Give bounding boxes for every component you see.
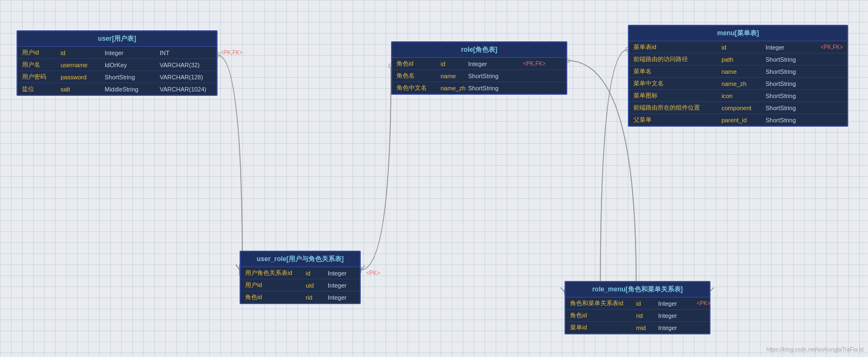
col-zh: 菜单表id bbox=[633, 43, 721, 51]
col-extra: VARCHAR(1024) bbox=[160, 86, 220, 93]
table-row: 角色名nameShortString bbox=[392, 70, 566, 82]
col-zh: 角色id bbox=[245, 293, 306, 301]
table-row: 角色和菜单关系表ididInteger<PK> bbox=[566, 298, 709, 310]
col-en: id bbox=[61, 50, 105, 56]
table-row: 父菜单parent_idShortString bbox=[629, 114, 847, 126]
col-en: id bbox=[441, 61, 468, 67]
table-header-role_menu: role_menu[角色和菜单关系表] bbox=[566, 282, 709, 298]
table-body-menu: 菜单表ididInteger<PK,FK>前端路由的访问路径pathShortS… bbox=[629, 41, 847, 126]
col-en: rid bbox=[306, 294, 328, 301]
col-en: salt bbox=[61, 86, 105, 93]
col-type: ShortString bbox=[105, 74, 160, 80]
table-row: 角色idridInteger bbox=[241, 291, 360, 303]
col-zh: 菜单中文名 bbox=[633, 79, 721, 88]
table-header-role: role[角色表] bbox=[392, 42, 566, 58]
col-type: Integer bbox=[658, 312, 697, 319]
col-type: ShortString bbox=[766, 105, 821, 111]
col-type: Integer bbox=[766, 44, 821, 51]
table-row: 角色idridInteger bbox=[566, 310, 709, 322]
col-type: Integer bbox=[328, 270, 366, 277]
col-zh: 菜单图标 bbox=[633, 91, 721, 100]
table-row: 盐位saltMiddleStringVARCHAR(1024) bbox=[18, 83, 216, 95]
col-en: parent_id bbox=[721, 117, 766, 123]
col-type: Integer bbox=[328, 294, 366, 301]
col-type: MiddleString bbox=[105, 86, 160, 93]
col-en: uid bbox=[306, 282, 328, 289]
col-zh: 角色id bbox=[397, 60, 441, 68]
table-row: 菜单表ididInteger<PK,FK> bbox=[629, 41, 847, 53]
table-row: 用户密码passwordShortStringVARCHAR(128) bbox=[18, 71, 216, 83]
col-en: mid bbox=[636, 324, 658, 331]
col-type: Integer bbox=[658, 300, 697, 307]
col-type: ShortString bbox=[468, 85, 523, 91]
col-en: name_zh bbox=[441, 85, 468, 91]
col-en: name bbox=[441, 73, 468, 79]
table-row: 菜单图标iconShortString bbox=[629, 90, 847, 102]
table-role: role[角色表]角色ididInteger<PK,FK>角色名nameShor… bbox=[391, 41, 567, 95]
col-type: ShortString bbox=[766, 117, 821, 123]
col-en: password bbox=[61, 74, 105, 80]
col-type: ShortString bbox=[468, 73, 523, 79]
col-zh: 父菜单 bbox=[633, 116, 721, 124]
col-type: IdOrKey bbox=[105, 62, 160, 68]
col-pk: <PK> bbox=[697, 300, 724, 306]
table-menu: menu[菜单表]菜单表ididInteger<PK,FK>前端路由的访问路径p… bbox=[628, 25, 848, 127]
table-row: 角色ididInteger<PK,FK> bbox=[392, 58, 566, 70]
table-header-user_role: user_role[用户与角色关系表] bbox=[241, 252, 360, 267]
table-body-user_role: 用户角色关系表ididInteger<PK>用户iduidInteger角色id… bbox=[241, 267, 360, 303]
col-zh: 菜单名 bbox=[633, 67, 721, 75]
table-header-user: user[用户表] bbox=[18, 31, 216, 47]
col-extra: VARCHAR(128) bbox=[160, 74, 220, 80]
col-en: username bbox=[61, 62, 105, 68]
table-body-role: 角色ididInteger<PK,FK>角色名nameShortString角色… bbox=[392, 58, 566, 94]
table-row: 角色中文名name_zhShortString bbox=[392, 82, 566, 94]
table-body-user: 用户ididIntegerINT<PK,FK>用户名usernameIdOrKe… bbox=[18, 47, 216, 95]
table-row: 用户iduidInteger bbox=[241, 279, 360, 291]
col-zh: 用户id bbox=[245, 281, 306, 289]
col-zh: 用户id bbox=[22, 48, 61, 57]
col-zh: 用户密码 bbox=[22, 73, 61, 81]
svg-line-2 bbox=[236, 264, 240, 270]
table-user: user[用户表]用户ididIntegerINT<PK,FK>用户名usern… bbox=[17, 30, 218, 96]
svg-line-10 bbox=[561, 288, 565, 292]
col-type: ShortString bbox=[766, 80, 821, 87]
col-type: Integer bbox=[105, 50, 160, 56]
col-zh: 前端路由所在的组件位置 bbox=[633, 104, 721, 112]
col-en: component bbox=[721, 105, 766, 111]
col-zh: 菜单id bbox=[570, 323, 636, 332]
col-en: rid bbox=[636, 312, 658, 319]
col-zh: 角色id bbox=[570, 311, 636, 320]
table-row: 用户角色关系表ididInteger<PK> bbox=[241, 267, 360, 279]
watermark: https://blog.csdn.net/wuKongIaTraFia.bt bbox=[767, 347, 864, 353]
col-en: id bbox=[636, 300, 658, 307]
col-en: path bbox=[721, 56, 766, 63]
col-zh: 用户角色关系表id bbox=[245, 269, 306, 277]
table-user_role: user_role[用户与角色关系表]用户角色关系表ididInteger<PK… bbox=[240, 251, 361, 304]
table-role_menu: role_menu[角色和菜单关系表]角色和菜单关系表ididInteger<P… bbox=[565, 281, 710, 334]
col-pk: <PK,FK> bbox=[821, 44, 854, 50]
col-en: id bbox=[721, 44, 766, 51]
col-extra: INT bbox=[160, 50, 220, 56]
col-zh: 角色名 bbox=[397, 72, 441, 80]
table-row: 用户名usernameIdOrKeyVARCHAR(32) bbox=[18, 59, 216, 71]
table-header-menu: menu[菜单表] bbox=[629, 26, 847, 41]
col-pk: <PK,FK> bbox=[220, 50, 264, 56]
table-row: 菜单名nameShortString bbox=[629, 66, 847, 78]
table-body-role_menu: 角色和菜单关系表ididInteger<PK>角色idridInteger菜单i… bbox=[566, 298, 709, 333]
col-zh: 盐位 bbox=[22, 85, 61, 93]
table-row: 菜单中文名name_zhShortString bbox=[629, 78, 847, 90]
col-zh: 角色和菜单关系表id bbox=[570, 299, 636, 307]
col-type: ShortString bbox=[766, 56, 821, 63]
table-row: 用户ididIntegerINT<PK,FK> bbox=[18, 47, 216, 59]
col-type: ShortString bbox=[766, 93, 821, 99]
col-zh: 角色中文名 bbox=[397, 84, 441, 92]
col-en: name bbox=[721, 68, 766, 75]
table-row: 菜单idmidInteger bbox=[566, 322, 709, 333]
col-pk: <PK,FK> bbox=[523, 61, 562, 67]
col-type: Integer bbox=[468, 61, 523, 67]
col-pk: <PK> bbox=[366, 270, 394, 276]
col-type: Integer bbox=[328, 282, 366, 289]
col-en: icon bbox=[721, 93, 766, 99]
table-row: 前端路由所在的组件位置componentShortString bbox=[629, 102, 847, 114]
table-row: 前端路由的访问路径pathShortString bbox=[629, 53, 847, 66]
